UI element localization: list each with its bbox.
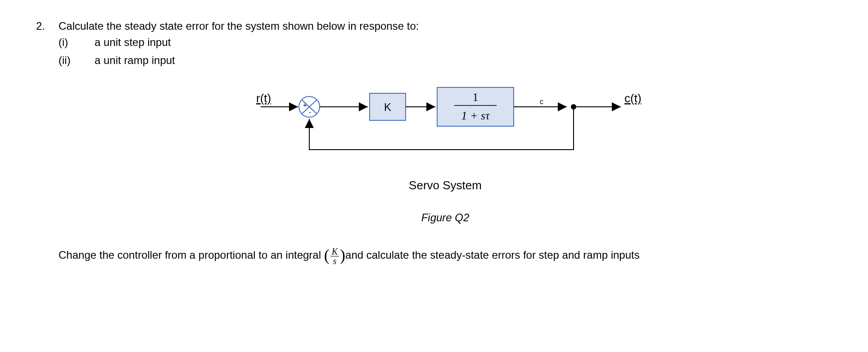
right-paren: ) [340, 243, 345, 267]
question-body: Calculate the steady state error for the… [59, 18, 832, 239]
tf-numerator: 1 [473, 91, 479, 104]
summing-junction: + - [299, 96, 320, 117]
followup-before: Change the controller from a proportiona… [59, 249, 324, 261]
sub-label-ii: (ii) [59, 52, 73, 69]
fraction-num: K [330, 247, 339, 256]
sub-label-i: (i) [59, 34, 73, 50]
input-label: r(t) [256, 91, 271, 105]
sub-text-ii: a unit ramp input [95, 52, 175, 69]
question-row: 2. Calculate the steady state error for … [36, 18, 832, 239]
sub-text-i: a unit step input [95, 34, 171, 50]
followup-after: and calculate the steady-state errors fo… [345, 249, 640, 261]
system-caption: Servo System [59, 177, 832, 194]
sub-item-i: (i) a unit step input [59, 34, 832, 50]
k-block-label: K [384, 101, 391, 113]
block-diagram: r(t) + - K [59, 82, 832, 168]
fraction-den: s [330, 256, 339, 265]
question-prompt: Calculate the steady state error for the… [59, 18, 832, 34]
figure-caption: Figure Q2 [59, 210, 832, 226]
sub-item-ii: (ii) a unit ramp input [59, 52, 832, 69]
output-tap-label: c [540, 98, 543, 105]
left-paren: ( [324, 243, 330, 267]
output-label: c(t) [624, 91, 642, 105]
integral-fraction: Ks [330, 247, 339, 265]
question-number: 2. [36, 18, 50, 239]
tf-denominator: 1 + sτ [461, 109, 491, 122]
followup-instruction: Change the controller from a proportiona… [59, 244, 832, 268]
svg-text:+: + [303, 101, 307, 109]
servo-diagram-svg: r(t) + - K [243, 82, 648, 168]
svg-text:-: - [309, 108, 311, 116]
